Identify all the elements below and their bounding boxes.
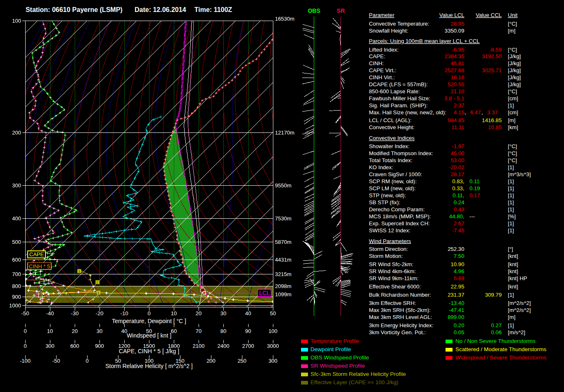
svg-text:0.19: 0.19	[469, 185, 480, 191]
svg-text:OBS Windspeed Profile: OBS Windspeed Profile	[310, 354, 369, 361]
svg-text:2.37: 2.37	[454, 102, 464, 109]
svg-text:Convective Indices: Convective Indices	[369, 135, 415, 141]
svg-text:Windspeed [ knt ]: Windspeed [ knt ]	[127, 332, 171, 339]
svg-text:[1]: [1]	[508, 185, 514, 191]
svg-text:6.47: 6.47	[470, 109, 481, 116]
svg-text:3: 3	[78, 269, 80, 273]
svg-text:400: 400	[12, 215, 21, 222]
svg-text:Wind Parameters: Wind Parameters	[369, 238, 411, 244]
svg-text:[1]: [1]	[508, 206, 514, 213]
svg-text:Unit: Unit	[508, 12, 518, 18]
svg-text:[cm]: [cm]	[508, 95, 518, 102]
svg-text:22.95: 22.95	[450, 283, 464, 290]
svg-text:[m/s^2]: [m/s^2]	[508, 329, 525, 335]
svg-text:-40: -40	[46, 310, 54, 316]
svg-text:CAPE, CINH * 5 [ J/kg ]: CAPE, CINH * 5 [ J/kg ]	[119, 348, 179, 354]
svg-text:OBS: OBS	[308, 7, 320, 14]
svg-text:LCL / CCL (AGL):: LCL / CCL (AGL):	[369, 117, 412, 123]
svg-text:Effective Shear 6000:: Effective Shear 6000:	[369, 283, 421, 290]
svg-text:0: 0	[147, 310, 150, 316]
svg-text:9550m: 9550m	[275, 182, 291, 189]
svg-text:90: 90	[245, 328, 251, 334]
svg-text:MCS 18m/s (MMP, MSP):: MCS 18m/s (MMP, MSP):	[369, 213, 431, 220]
svg-text:-13.40: -13.40	[449, 300, 464, 306]
svg-text:[m^2/s^2]: [m^2/s^2]	[508, 300, 531, 306]
svg-text:231.37: 231.37	[448, 292, 464, 298]
svg-text:[knt]: [knt]	[508, 283, 518, 290]
svg-text:[J/kg]: [J/kg]	[508, 53, 521, 59]
svg-text:10.90: 10.90	[450, 261, 464, 267]
svg-text:1000: 1000	[9, 302, 21, 309]
svg-text:700: 700	[12, 271, 21, 277]
svg-text:CINH * 5: CINH * 5	[29, 263, 50, 269]
svg-text:300: 300	[45, 343, 55, 349]
svg-text:Lifted Index:: Lifted Index:	[369, 47, 399, 53]
svg-text:Showalter Index:: Showalter Index:	[369, 143, 410, 149]
svg-text:2100: 2100	[193, 343, 205, 349]
svg-text:3000: 3000	[267, 343, 279, 349]
svg-text:Temperature, Dewpoint [ °C ]: Temperature, Dewpoint [ °C ]	[112, 318, 186, 324]
svg-text:-6.95: -6.95	[452, 47, 464, 53]
svg-text:[m]: [m]	[508, 28, 515, 34]
svg-text:[°C]: [°C]	[508, 47, 517, 53]
svg-text:2.67: 2.67	[454, 220, 464, 227]
svg-text:SCP LM (new, old):: SCP LM (new, old):	[369, 185, 416, 191]
svg-text:[m]: [m]	[508, 117, 515, 123]
svg-text:3km Energy Helicity Index:: 3km Energy Helicity Index:	[369, 322, 434, 328]
svg-text:0.17: 0.17	[469, 192, 480, 198]
svg-text:2: 2	[96, 281, 98, 284]
svg-text:CINH:: CINH:	[369, 60, 384, 66]
svg-text:[1]: [1]	[508, 164, 514, 170]
svg-text:Max. Hail Size (new, new2, old: Max. Hail Size (new, new2, old):	[369, 109, 447, 116]
svg-text:Max 3km SRH (Sfc-2km):: Max 3km SRH (Sfc-2km):	[369, 307, 431, 313]
svg-text:Value CCL: Value CCL	[476, 12, 502, 18]
svg-text:-10: -10	[121, 310, 128, 316]
svg-text:CAPE: CAPE	[29, 251, 44, 257]
svg-text:[%]: [%]	[508, 213, 516, 220]
svg-text:600: 600	[70, 343, 79, 349]
svg-text:3215m: 3215m	[275, 271, 291, 277]
svg-text:SWISS 12 Index:: SWISS 12 Index:	[369, 227, 410, 234]
svg-text:-1.97: -1.97	[452, 143, 464, 149]
svg-text:[knt]: [knt]	[508, 268, 518, 274]
svg-text:[knt]: [knt]	[508, 253, 518, 259]
svg-text:850-600 Lapse Rate:: 850-600 Lapse Rate:	[369, 88, 420, 94]
svg-text:30: 30	[220, 310, 226, 316]
svg-text:[m^3/s^3]: [m^3/s^3]	[508, 171, 531, 177]
svg-text:2400: 2400	[218, 343, 230, 349]
svg-text:-8.59: -8.59	[489, 47, 502, 53]
svg-text:7.50: 7.50	[454, 253, 464, 259]
svg-text:-47.41: -47.41	[449, 307, 464, 313]
svg-text:,: ,	[464, 109, 466, 116]
svg-text:SR Wind 9km-11km:: SR Wind 9km-11km:	[369, 275, 419, 281]
svg-text:300: 300	[268, 358, 277, 364]
svg-text:53.00: 53.00	[450, 157, 464, 163]
svg-text:50: 50	[270, 310, 276, 316]
svg-text:60: 60	[171, 328, 177, 334]
svg-text:[°C]: [°C]	[508, 88, 517, 94]
svg-text:250: 250	[237, 358, 246, 364]
svg-text:984.85: 984.85	[448, 117, 464, 123]
svg-text:Modified Thompson Index:: Modified Thompson Index:	[369, 150, 433, 156]
svg-text:CAPE:: CAPE:	[369, 53, 386, 59]
svg-text:[1]: [1]	[508, 102, 514, 109]
svg-text:200: 200	[206, 358, 216, 364]
svg-text:No / Non Severe Thunderstorms: No / Non Severe Thunderstorms	[455, 338, 536, 344]
svg-text:Parcels: Using 100mB mean laye: Parcels: Using 100mB mean layer LCL + CC…	[369, 38, 480, 44]
svg-text:Temperature Profile: Temperature Profile	[310, 338, 359, 344]
svg-text:100: 100	[12, 18, 21, 24]
svg-text:STP (new, old):: STP (new, old):	[369, 192, 406, 198]
svg-text:900: 900	[95, 343, 104, 349]
svg-text:[°C]: [°C]	[508, 157, 517, 163]
svg-text:CAPE Virt.:: CAPE Virt.:	[369, 67, 396, 73]
svg-text:Storm Relative Helicity [ m^2: Storm Relative Helicity [ m^2/s^2 ]	[105, 363, 193, 369]
svg-text:899.00: 899.00	[448, 314, 464, 320]
svg-text:1416.85: 1416.85	[482, 117, 502, 123]
svg-text:200: 200	[12, 130, 21, 136]
svg-text:309.79: 309.79	[485, 292, 502, 298]
svg-text:-50: -50	[52, 358, 60, 364]
svg-text:10: 10	[47, 328, 53, 334]
svg-text:Exp. Supercell Index CH:: Exp. Supercell Index CH:	[369, 220, 430, 227]
svg-text:SR Wind 4km-6km:: SR Wind 4km-6km:	[369, 268, 416, 274]
svg-text:600: 600	[12, 257, 21, 263]
